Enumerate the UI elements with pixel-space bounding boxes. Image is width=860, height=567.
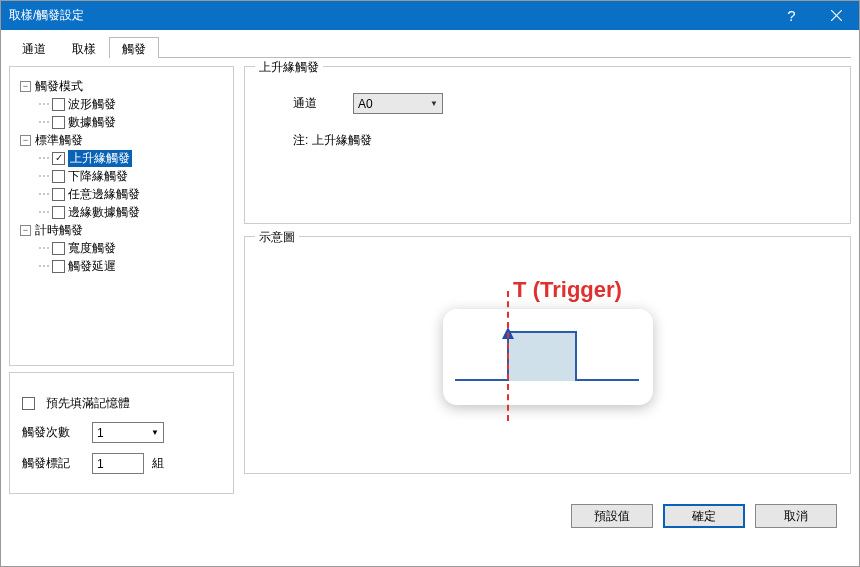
checkbox-delay[interactable] bbox=[52, 260, 65, 273]
tree-node-mode[interactable]: −觸發模式 bbox=[18, 77, 225, 95]
checkbox-width[interactable] bbox=[52, 242, 65, 255]
tree-node-edgedata[interactable]: ⋯邊緣數據觸發 bbox=[18, 203, 225, 221]
collapse-icon[interactable]: − bbox=[20, 225, 31, 236]
tab-sample[interactable]: 取樣 bbox=[59, 37, 109, 58]
diagram-fieldset: 示意圖 T (Trigger) bbox=[244, 236, 851, 474]
checkbox-rising[interactable] bbox=[52, 152, 65, 165]
config-legend: 上升緣觸發 bbox=[255, 59, 323, 76]
checkbox-anyedge[interactable] bbox=[52, 188, 65, 201]
marker-unit: 組 bbox=[152, 455, 164, 472]
tree-node-rising[interactable]: ⋯上升緣觸發 bbox=[18, 149, 225, 167]
note-text: 注: 上升緣觸發 bbox=[293, 132, 832, 149]
trigger-label: T (Trigger) bbox=[513, 277, 622, 303]
chevron-down-icon: ▼ bbox=[430, 99, 438, 108]
prefill-label: 預先填滿記憶體 bbox=[46, 395, 130, 412]
collapse-icon[interactable]: − bbox=[20, 81, 31, 92]
tree-node-anyedge[interactable]: ⋯任意邊緣觸發 bbox=[18, 185, 225, 203]
checkbox-edgedata[interactable] bbox=[52, 206, 65, 219]
tree-node-width[interactable]: ⋯寬度觸發 bbox=[18, 239, 225, 257]
checkbox-prefill[interactable] bbox=[22, 397, 35, 410]
options-panel: 預先填滿記憶體 觸發次數 1▼ 觸發標記 1 組 bbox=[9, 372, 234, 494]
trigger-line bbox=[507, 291, 509, 421]
trigger-tree-panel: −觸發模式 ⋯波形觸發 ⋯數據觸發 −標準觸發 ⋯上升緣觸發 ⋯下降緣觸發 ⋯任… bbox=[9, 66, 234, 366]
collapse-icon[interactable]: − bbox=[20, 135, 31, 146]
tab-bar: 通道 取樣 觸發 bbox=[9, 36, 851, 58]
trigger-tree: −觸發模式 ⋯波形觸發 ⋯數據觸發 −標準觸發 ⋯上升緣觸發 ⋯下降緣觸發 ⋯任… bbox=[16, 73, 227, 279]
checkbox-data[interactable] bbox=[52, 116, 65, 129]
trigger-count-label: 觸發次數 bbox=[22, 424, 84, 441]
diagram-legend: 示意圖 bbox=[255, 229, 299, 246]
tab-channel[interactable]: 通道 bbox=[9, 37, 59, 58]
tree-node-timer[interactable]: −計時觸發 bbox=[18, 221, 225, 239]
chevron-down-icon: ▼ bbox=[151, 428, 159, 437]
titlebar: 取樣/觸發設定 ? bbox=[1, 1, 859, 30]
tree-node-datatrig[interactable]: ⋯數據觸發 bbox=[18, 113, 225, 131]
waveform-diagram bbox=[443, 309, 653, 405]
diagram: T (Trigger) bbox=[263, 251, 832, 405]
close-icon bbox=[831, 10, 842, 21]
defaults-button[interactable]: 預設值 bbox=[571, 504, 653, 528]
close-button[interactable] bbox=[814, 1, 859, 30]
window-title: 取樣/觸發設定 bbox=[9, 7, 769, 24]
trigger-marker-label: 觸發標記 bbox=[22, 455, 84, 472]
trigger-count-combo[interactable]: 1▼ bbox=[92, 422, 164, 443]
tab-trigger[interactable]: 觸發 bbox=[109, 37, 159, 58]
trigger-marker-input[interactable]: 1 bbox=[92, 453, 144, 474]
checkbox-waveform[interactable] bbox=[52, 98, 65, 111]
ok-button[interactable]: 確定 bbox=[663, 504, 745, 528]
checkbox-falling[interactable] bbox=[52, 170, 65, 183]
cancel-button[interactable]: 取消 bbox=[755, 504, 837, 528]
tree-node-waveform[interactable]: ⋯波形觸發 bbox=[18, 95, 225, 113]
tree-node-standard[interactable]: −標準觸發 bbox=[18, 131, 225, 149]
trigger-config-fieldset: 上升緣觸發 通道 A0▼ 注: 上升緣觸發 bbox=[244, 66, 851, 224]
channel-label: 通道 bbox=[293, 95, 353, 112]
dialog-footer: 預設值 確定 取消 bbox=[9, 494, 851, 538]
channel-select[interactable]: A0▼ bbox=[353, 93, 443, 114]
help-button[interactable]: ? bbox=[769, 1, 814, 30]
tree-node-falling[interactable]: ⋯下降緣觸發 bbox=[18, 167, 225, 185]
tree-node-delay[interactable]: ⋯觸發延遲 bbox=[18, 257, 225, 275]
